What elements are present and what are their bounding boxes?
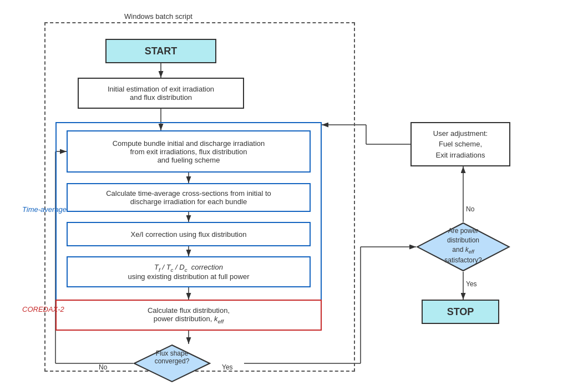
coredax-label: COREDAX-2 bbox=[22, 305, 64, 313]
power-distribution-diamond bbox=[416, 222, 510, 272]
power-yes-label: Yes bbox=[466, 280, 477, 288]
svg-marker-20 bbox=[417, 223, 509, 271]
start-box: START bbox=[105, 39, 216, 63]
xei-correction-box: Xe/I correction using flux distribution bbox=[67, 222, 311, 246]
user-adjustment-box: User adjustment: Fuel scheme, Exit irrad… bbox=[410, 122, 510, 166]
power-no-label: No bbox=[466, 205, 474, 213]
coredax-box: Calculate flux distribution,power distri… bbox=[55, 300, 322, 331]
timeavg-crosssections-box: Calculate time-average cross-sections fr… bbox=[67, 183, 311, 212]
init-box: Initial estimation of exit irradiation a… bbox=[78, 78, 244, 109]
svg-marker-19 bbox=[134, 345, 210, 382]
tf-correction-box: Tf / Tc / Dc correction using existing d… bbox=[67, 256, 311, 287]
flowchart-container: Windows batch script START Initial estim… bbox=[11, 6, 577, 377]
flux-diamond bbox=[133, 344, 211, 383]
flux-yes-label: Yes bbox=[222, 363, 233, 371]
compute-bundle-box: Compute bundle initial and discharge irr… bbox=[67, 130, 311, 173]
stop-box: STOP bbox=[422, 300, 499, 324]
flux-no-label: No bbox=[99, 363, 107, 371]
outer-dashed-label: Windows batch script bbox=[122, 12, 195, 21]
